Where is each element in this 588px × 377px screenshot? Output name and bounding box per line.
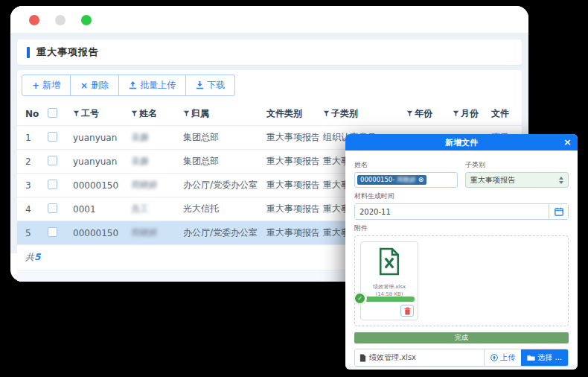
delete-file-button[interactable] bbox=[400, 305, 414, 317]
document-icon bbox=[359, 354, 366, 362]
page-title: 重大事项报告 bbox=[36, 45, 99, 59]
table-header-row: No 工号 姓名 归属 文件类别 子类别 年份 月份 文件 bbox=[17, 102, 522, 126]
col-org: 归属 bbox=[179, 102, 263, 126]
select-caret-icon bbox=[559, 177, 563, 184]
choose-file-button[interactable]: 选择 ... bbox=[521, 349, 568, 366]
row-checkbox[interactable] bbox=[48, 156, 57, 165]
name-tag: 00000150-周晓娇 ⊗ bbox=[357, 175, 426, 185]
close-window-dot[interactable] bbox=[29, 15, 39, 25]
download-button[interactable]: 下载 bbox=[185, 75, 235, 96]
delete-button[interactable]: × 删除 bbox=[70, 75, 119, 96]
add-button[interactable]: + 新增 bbox=[22, 75, 71, 96]
delete-button-label: 删除 bbox=[91, 79, 109, 92]
uploaded-file-card: 绩效管理.xlsx (14.58 KB) ✓ bbox=[360, 241, 418, 320]
batch-upload-button-label: 批量上传 bbox=[140, 79, 176, 92]
row-checkbox[interactable] bbox=[48, 132, 57, 142]
date-field-group: 2020-11 bbox=[354, 203, 569, 220]
upload-progress-bar: 完成 bbox=[354, 332, 569, 343]
page-header-panel: 重大事项报告 bbox=[17, 39, 522, 65]
row-checkbox[interactable] bbox=[48, 227, 57, 237]
row-checkbox[interactable] bbox=[48, 203, 57, 213]
attachment-field-label: 附件 bbox=[354, 224, 569, 233]
close-icon[interactable]: × bbox=[563, 135, 572, 150]
col-no: No bbox=[17, 102, 44, 126]
col-file: 文件 bbox=[488, 102, 522, 126]
folder-icon bbox=[527, 355, 535, 361]
batch-upload-button[interactable]: 批量上传 bbox=[118, 75, 186, 96]
subcategory-field-label: 子类别 bbox=[465, 160, 569, 170]
file-card-name: 绩效管理.xlsx bbox=[365, 283, 414, 291]
upload-success-check-icon: ✓ bbox=[355, 294, 365, 303]
col-month: 月份 bbox=[449, 102, 488, 126]
col-name: 姓名 bbox=[127, 102, 179, 126]
col-category: 文件类别 bbox=[263, 102, 319, 126]
modal-body: 姓名 00000150-周晓娇 ⊗ 子类别 重大事项报告 材料生成时间 2020… bbox=[345, 151, 578, 367]
attachment-dropzone[interactable]: 绩效管理.xlsx (14.58 KB) ✓ bbox=[354, 235, 569, 326]
filter-icon[interactable] bbox=[73, 110, 80, 117]
minimize-window-dot[interactable] bbox=[55, 15, 65, 25]
select-all-checkbox[interactable] bbox=[48, 108, 57, 118]
redacted-name: 周晓娇 bbox=[397, 177, 416, 183]
upload-icon bbox=[129, 81, 137, 89]
window-titlebar bbox=[10, 6, 528, 34]
zoom-window-dot[interactable] bbox=[81, 15, 92, 25]
subcategory-value: 重大事项报告 bbox=[470, 175, 515, 186]
download-icon bbox=[196, 81, 204, 89]
file-input-group: 绩效管理.xlsx 上传 选择 ... bbox=[354, 349, 569, 367]
table-toolbar: + 新增 × 删除 批量上传 下载 bbox=[22, 75, 235, 96]
selected-file-name: 绩效管理.xlsx bbox=[355, 349, 484, 366]
add-file-modal: 新增文件 × 姓名 00000150-周晓娇 ⊗ 子类别 重大事项报告 bbox=[345, 134, 578, 370]
modal-footer: 确定 ↺ 取消 bbox=[345, 367, 578, 370]
date-input[interactable]: 2020-11 bbox=[355, 204, 549, 219]
tag-remove-icon[interactable]: ⊗ bbox=[418, 177, 424, 183]
file-progress-bar bbox=[364, 297, 415, 302]
row-checkbox[interactable] bbox=[48, 180, 57, 189]
download-button-label: 下载 bbox=[207, 79, 225, 92]
redacted-name: 周晓娇 bbox=[131, 180, 158, 190]
modal-header: 新增文件 × bbox=[345, 134, 578, 151]
filter-icon[interactable] bbox=[183, 110, 190, 117]
col-select bbox=[44, 102, 69, 126]
modal-title: 新增文件 bbox=[445, 137, 478, 148]
upload-progress-label: 完成 bbox=[455, 333, 468, 343]
excel-file-icon bbox=[377, 247, 401, 276]
subcategory-select[interactable]: 重大事项报告 bbox=[465, 172, 569, 188]
redacted-name: 袁媛 bbox=[131, 156, 149, 166]
name-field-label: 姓名 bbox=[354, 160, 458, 170]
filter-icon[interactable] bbox=[453, 110, 459, 117]
name-field[interactable]: 00000150-周晓娇 ⊗ bbox=[354, 172, 458, 188]
upload-circle-icon bbox=[490, 354, 498, 361]
date-field-label: 材料生成时间 bbox=[354, 191, 569, 201]
trash-icon bbox=[404, 307, 411, 315]
redacted-name: 袁媛 bbox=[131, 132, 149, 142]
filter-icon[interactable] bbox=[323, 110, 330, 117]
col-subcategory: 子类别 bbox=[319, 102, 403, 126]
redacted-name: 员工 bbox=[131, 203, 149, 214]
title-accent-bar bbox=[27, 47, 30, 58]
add-button-label: 新增 bbox=[42, 79, 60, 92]
col-year: 年份 bbox=[403, 102, 449, 126]
x-icon: × bbox=[80, 80, 88, 91]
plus-icon: + bbox=[32, 80, 39, 91]
redacted-name: 周晓娇 bbox=[131, 227, 158, 238]
filter-icon[interactable] bbox=[131, 110, 138, 117]
calendar-icon[interactable] bbox=[549, 204, 568, 219]
upload-file-button[interactable]: 上传 bbox=[484, 349, 521, 366]
filter-icon[interactable] bbox=[406, 110, 413, 117]
col-job-id: 工号 bbox=[69, 102, 127, 126]
